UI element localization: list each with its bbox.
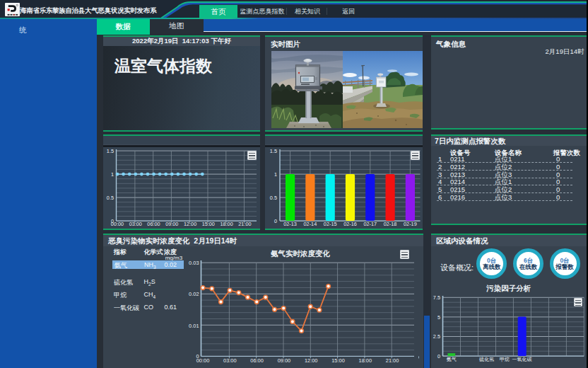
- svg-text:1.5: 1.5: [107, 147, 114, 154]
- svg-text:03:00: 03:00: [129, 220, 142, 226]
- svg-text:5: 5: [437, 314, 440, 321]
- svg-text:21:00: 21:00: [238, 220, 251, 226]
- svg-text:0.5: 0.5: [107, 194, 114, 200]
- svg-text:0.03: 0.03: [189, 260, 199, 266]
- svg-text:甲烷: 甲烷: [500, 357, 510, 362]
- svg-text:1: 1: [274, 171, 277, 177]
- svg-text:15:00: 15:00: [331, 357, 345, 364]
- svg-text:02-15: 02-15: [324, 220, 337, 226]
- svg-text:氨气: 氨气: [447, 357, 457, 362]
- svg-text:03:00: 03:00: [223, 357, 237, 364]
- svg-text:02-13: 02-13: [283, 220, 297, 226]
- svg-text:0: 0: [437, 353, 440, 360]
- svg-text:02-17: 02-17: [363, 220, 377, 226]
- svg-text:09:00: 09:00: [165, 220, 178, 226]
- svg-text:一氧化碳: 一氧化碳: [512, 357, 532, 362]
- svg-text:7.5: 7.5: [433, 294, 440, 301]
- svg-text:0: 0: [111, 217, 114, 224]
- svg-text:21:00: 21:00: [386, 357, 399, 364]
- svg-text:02-14: 02-14: [304, 220, 317, 226]
- svg-text:12:00: 12:00: [184, 220, 196, 226]
- svg-text:18:00: 18:00: [359, 357, 372, 364]
- svg-text:0: 0: [274, 217, 277, 224]
- svg-text:硫化氢: 硫化氢: [478, 357, 494, 362]
- svg-text:2.5: 2.5: [433, 333, 440, 340]
- svg-text:06:00: 06:00: [250, 357, 264, 364]
- svg-text:15:00: 15:00: [202, 220, 215, 226]
- svg-text:0.5: 0.5: [270, 194, 277, 200]
- svg-text:06:00: 06:00: [147, 220, 160, 226]
- svg-text:1: 1: [111, 171, 114, 177]
- svg-text:18:00: 18:00: [220, 220, 233, 226]
- svg-text:0.01: 0.01: [189, 323, 199, 329]
- svg-text:0: 0: [196, 353, 199, 360]
- svg-text:1.5: 1.5: [270, 147, 277, 154]
- svg-text:02-18: 02-18: [384, 220, 397, 226]
- svg-text:0.02: 0.02: [189, 291, 199, 297]
- svg-text:12:00: 12:00: [305, 357, 318, 364]
- svg-text:02-16: 02-16: [343, 220, 357, 226]
- svg-text:02-19: 02-19: [404, 220, 417, 226]
- svg-text:09:00: 09:00: [278, 357, 291, 364]
